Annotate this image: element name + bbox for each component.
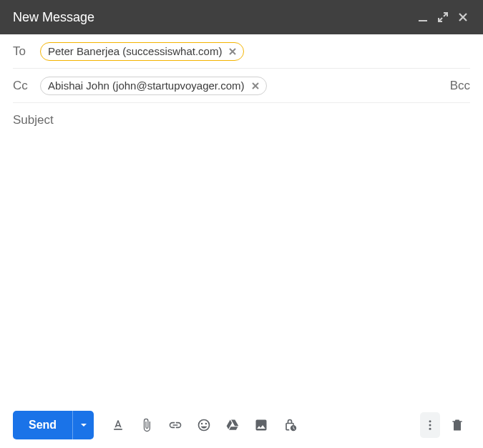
expand-icon <box>438 12 448 22</box>
more-options-button[interactable] <box>420 412 440 438</box>
close-button[interactable] <box>453 7 473 27</box>
insert-photo-button[interactable] <box>248 412 274 438</box>
chip-label: Abishai John (john@startupvoyager.com) <box>48 79 245 92</box>
compose-toolbar: Send <box>0 402 483 448</box>
cc-recipient-chip[interactable]: Abishai John (john@startupvoyager.com) <box>40 77 267 95</box>
svg-point-3 <box>429 428 431 430</box>
formatting-button[interactable] <box>105 412 131 438</box>
send-button[interactable]: Send <box>13 411 72 439</box>
send-button-group: Send <box>13 411 94 439</box>
remove-chip-button[interactable] <box>249 79 262 92</box>
link-icon <box>168 418 182 432</box>
message-body[interactable] <box>13 127 470 398</box>
attach-button[interactable] <box>134 412 160 438</box>
to-label: To <box>13 44 33 59</box>
drive-icon <box>225 418 240 432</box>
window-title: New Message <box>13 10 413 25</box>
minimize-icon <box>418 12 428 22</box>
titlebar: New Message <box>0 0 483 34</box>
confidential-mode-button[interactable] <box>277 412 303 438</box>
cc-label: Cc <box>13 79 33 93</box>
to-recipient-chip[interactable]: Peter Banerjea (successiswhat.com) <box>40 42 244 61</box>
fullscreen-button[interactable] <box>433 7 453 27</box>
chip-label: Peter Banerjea (successiswhat.com) <box>48 45 222 57</box>
text-format-icon <box>111 418 125 432</box>
remove-chip-button[interactable] <box>226 45 239 58</box>
cc-row[interactable]: Cc Abishai John (john@startupvoyager.com… <box>13 69 470 103</box>
to-row[interactable]: To Peter Banerjea (successiswhat.com) <box>13 34 470 69</box>
more-vert-icon <box>424 419 436 432</box>
paperclip-icon <box>140 418 154 432</box>
send-options-button[interactable] <box>72 411 94 439</box>
insert-link-button[interactable] <box>162 412 188 438</box>
close-icon <box>458 12 468 22</box>
drive-button[interactable] <box>220 412 245 438</box>
image-icon <box>254 418 268 432</box>
svg-point-2 <box>429 424 431 427</box>
caret-down-icon <box>80 422 87 429</box>
lock-clock-icon <box>283 418 297 432</box>
minimize-button[interactable] <box>413 7 433 27</box>
emoji-button[interactable] <box>191 412 217 438</box>
svg-rect-0 <box>419 20 427 21</box>
close-icon <box>228 47 237 56</box>
bcc-toggle[interactable]: Bcc <box>450 79 470 93</box>
trash-icon <box>450 418 464 432</box>
discard-draft-button[interactable] <box>444 412 470 438</box>
svg-point-1 <box>429 420 431 422</box>
close-icon <box>251 82 260 90</box>
emoji-icon <box>197 418 211 432</box>
